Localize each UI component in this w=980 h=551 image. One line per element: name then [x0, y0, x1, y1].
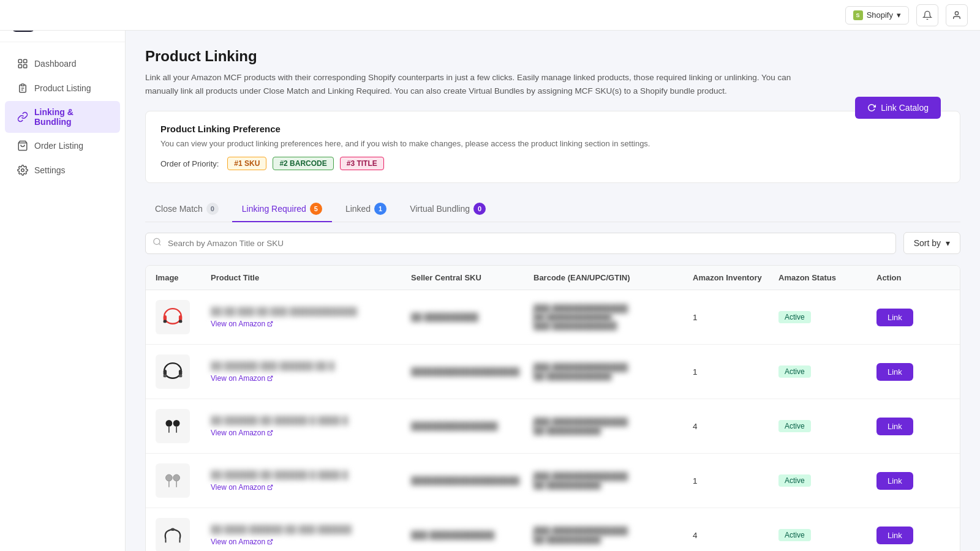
action-cell: Link [876, 472, 950, 490]
shopify-logo-icon: S [853, 10, 863, 20]
sidebar-item-linking-bundling[interactable]: Linking & Bundling [5, 101, 120, 133]
sidebar-item-dashboard[interactable]: Dashboard [5, 52, 120, 75]
svg-rect-7 [18, 65, 21, 68]
sort-label: Sort by [914, 238, 941, 248]
status-badge: Active [778, 420, 811, 432]
svg-point-40 [171, 528, 175, 531]
tab-close-match-count: 0 [206, 203, 219, 215]
refresh-icon [867, 103, 876, 112]
sidebar-item-label: Settings [34, 165, 66, 175]
action-cell: Link [876, 418, 950, 435]
settings-icon [17, 165, 28, 176]
status-badge: Active [778, 311, 811, 323]
svg-point-13 [21, 169, 24, 172]
headphones-black-image [159, 358, 187, 386]
sku-cell: ████████████████ [411, 422, 533, 430]
sort-chevron-icon: ▾ [946, 238, 950, 248]
product-title-cell: ██ ██████ ███ ██████ ██ █ View on Amazon [211, 361, 411, 383]
sidebar-item-order-listing[interactable]: Order Listing [5, 134, 120, 157]
sku-cell: ████████████████████ [411, 476, 533, 485]
shopify-label: Shopify [867, 10, 893, 20]
link-button[interactable]: Link [876, 309, 913, 326]
priority-label: Order of Priority: [160, 159, 219, 168]
view-amazon-link[interactable]: View on Amazon [211, 483, 411, 492]
action-cell: Link [876, 363, 950, 381]
sidebar-item-settings[interactable]: Settings [5, 159, 120, 182]
svg-point-28 [166, 420, 173, 427]
preference-card: Product Linking Preference You can view … [145, 111, 960, 183]
dashboard-icon [17, 58, 28, 69]
user-profile-button[interactable] [946, 4, 968, 26]
notifications-button[interactable] [916, 4, 938, 26]
link-catalog-button[interactable]: Link Catalog [855, 97, 941, 119]
tab-virtual-bundling[interactable]: Virtual Bundling 0 [400, 197, 496, 222]
sidebar: CEDCOMMERCE Dashboard Product Listing Li… [0, 0, 126, 551]
sort-button[interactable]: Sort by ▾ [903, 232, 960, 254]
priority-badge-barcode: #2 BARCODE [273, 157, 333, 170]
link-button[interactable]: Link [876, 472, 913, 490]
view-amazon-link[interactable]: View on Amazon [211, 538, 411, 546]
view-amazon-link[interactable]: View on Amazon [211, 429, 411, 437]
product-title-cell: ██ ██████ ██ ██████ █ ████ █ View on Ama… [211, 470, 411, 492]
external-link-icon [267, 430, 273, 436]
tabs-row: Close Match 0 Linking Required 5 Linked … [145, 197, 960, 222]
link-button[interactable]: Link [876, 418, 913, 435]
priority-row: Order of Priority: #1 SKU #2 BARCODE #3 … [160, 157, 945, 170]
external-link-icon [267, 375, 273, 381]
svg-point-0 [955, 12, 958, 15]
link-button[interactable]: Link [876, 363, 913, 381]
product-title-text: ██ ██████ ███ ██████ ██ █ [211, 361, 411, 372]
svg-point-34 [173, 474, 180, 481]
tab-linked[interactable]: Linked 1 [336, 197, 396, 222]
tab-linking-required-label: Linking Required [242, 204, 306, 214]
link-icon [17, 111, 28, 122]
external-link-icon [267, 321, 273, 327]
svg-line-15 [159, 244, 160, 246]
table-row: ██ ██████ ██ ██████ █ ████ █ View on Ama… [146, 399, 960, 454]
product-table: Image Product Title Seller Central SKU B… [145, 265, 960, 551]
tab-linked-count: 1 [374, 203, 386, 215]
svg-rect-9 [21, 84, 24, 86]
sidebar-item-label: Order Listing [34, 141, 83, 151]
col-product-title: Product Title [211, 273, 411, 282]
tab-close-match[interactable]: Close Match 0 [145, 197, 228, 222]
sidebar-item-product-listing[interactable]: Product Listing [5, 77, 120, 100]
svg-point-22 [164, 363, 181, 378]
col-inventory: Amazon Inventory [693, 273, 778, 282]
earbuds-white-image [159, 467, 187, 495]
col-status: Amazon Status [778, 273, 876, 282]
tab-virtual-bundling-label: Virtual Bundling [410, 204, 470, 214]
barcode-cell: ███ ██████████████ ██ ██████████ [533, 418, 693, 435]
sidebar-item-label: Linking & Bundling [34, 107, 108, 127]
table-row: ██ ██████ ███ ██████ ██ █ View on Amazon… [146, 345, 960, 399]
barcode-cell: ███ ██████████████ ██ ██████████ [533, 527, 693, 544]
product-title-text: ██ ████ ██████ ██ ███ ██████ [211, 524, 411, 535]
search-icon [153, 238, 162, 249]
product-image [156, 518, 190, 551]
svg-rect-26 [179, 375, 182, 378]
status-cell: Active [778, 311, 876, 323]
svg-point-14 [154, 239, 160, 245]
view-amazon-link[interactable]: View on Amazon [211, 374, 411, 383]
status-cell: Active [778, 365, 876, 378]
search-input[interactable] [145, 233, 896, 254]
product-image [156, 463, 190, 498]
tab-linking-required[interactable]: Linking Required 5 [232, 197, 332, 222]
external-link-icon [267, 539, 273, 545]
sidebar-item-label: Product Listing [34, 83, 91, 93]
table-row: ██ ██ ███ ██ ███ ████████████ View on Am… [146, 290, 960, 345]
status-badge: Active [778, 365, 811, 378]
tab-close-match-label: Close Match [155, 204, 203, 214]
status-cell: Active [778, 420, 876, 432]
chevron-down-icon: ▾ [897, 10, 901, 20]
link-button[interactable]: Link [876, 527, 913, 544]
shopify-selector[interactable]: S Shopify ▾ [845, 6, 909, 24]
view-amazon-link[interactable]: View on Amazon [211, 320, 411, 328]
headphones-red-image [159, 303, 187, 331]
inventory-cell: 1 [693, 367, 778, 377]
col-sku: Seller Central SKU [411, 273, 533, 282]
svg-rect-6 [24, 59, 27, 62]
action-cell: Link [876, 527, 950, 544]
product-title-text: ██ ██████ ██ ██████ █ ████ █ [211, 470, 411, 481]
sku-cell: ███ ████████████ [411, 531, 533, 539]
